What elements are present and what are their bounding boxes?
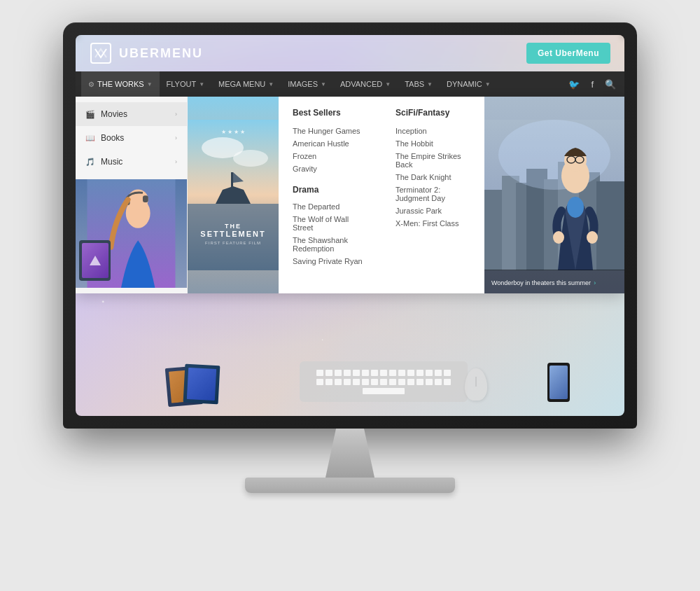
sidebar-books-label: Books [101, 133, 124, 143]
svg-point-35 [553, 231, 564, 244]
film-icon: 🎬 [85, 110, 95, 119]
link-inception[interactable]: Inception [396, 125, 470, 137]
key [435, 370, 442, 376]
sidebar-music-label: Music [101, 157, 122, 167]
link-hunger-games[interactable]: The Hunger Games [293, 125, 368, 137]
key [389, 379, 396, 385]
mouse [465, 368, 487, 401]
link-the-hobbit[interactable]: The Hobbit [396, 137, 470, 150]
keyboard-row-2 [316, 379, 451, 385]
sidebar-item-music-left: 🎵 Music [85, 157, 122, 167]
tablet-overlay [79, 240, 111, 281]
key [335, 370, 342, 376]
logo-area: UBERMENU [90, 42, 203, 64]
key [444, 379, 451, 385]
music-icon: 🎵 [85, 158, 95, 167]
svg-rect-13 [231, 172, 233, 190]
svg-rect-27 [596, 181, 624, 270]
svg-text:SETTLEMENT: SETTLEMENT [200, 230, 265, 238]
sidebar-item-music[interactable]: 🎵 Music › [76, 150, 187, 174]
column-title-best-sellers: Best Sellers [293, 108, 368, 118]
nav-item-tabs[interactable]: TABS ▼ [398, 71, 440, 97]
logo-icon [90, 42, 112, 64]
menu-content-columns: Best Sellers The Hunger Games American H… [279, 97, 484, 293]
link-xmen[interactable]: X-Men: First Class [396, 217, 470, 230]
key [426, 370, 433, 376]
key [362, 370, 369, 376]
key [380, 370, 387, 376]
chevron-icon: ▼ [321, 81, 326, 88]
svg-text:THE: THE [225, 223, 241, 230]
key [389, 370, 396, 376]
book-icon: 📖 [85, 134, 95, 143]
sidebar-item-movies[interactable]: 🎬 Movies › [76, 102, 187, 126]
link-terminator-2[interactable]: Terminator 2: Judgment Day [396, 183, 470, 204]
key [398, 370, 405, 376]
facebook-icon[interactable]: f [588, 79, 596, 90]
column-title-scifi: SciFi/Fantasy [396, 108, 470, 118]
twitter-icon[interactable]: 🐦 [566, 79, 582, 90]
nav-item-advanced[interactable]: ADVANCED ▼ [333, 71, 398, 97]
svg-point-28 [498, 120, 610, 190]
link-dark-knight[interactable]: The Dark Knight [396, 171, 470, 183]
sidebar-chevron-movies: › [175, 111, 177, 118]
key [344, 379, 351, 385]
nav-item-the-works[interactable]: ⚙ THE WORKS ▼ [81, 71, 160, 97]
movie-poster: THE SETTLEMENT FIRST FEATURE FILM ★ ★ ★ … [188, 97, 279, 293]
album-cover-2 [183, 364, 220, 405]
key [344, 370, 351, 376]
svg-point-11 [233, 150, 268, 167]
promo-arrow-icon[interactable]: › [594, 279, 596, 286]
nav-bar: ⚙ THE WORKS ▼ FLYOUT ▼ MEGA MENU ▼ [76, 71, 624, 97]
logo-text: UBERMENU [119, 46, 203, 61]
key [362, 379, 369, 385]
promo-overlay: Wonderboy in theaters this summer › [484, 270, 624, 293]
link-american-hustle[interactable]: American Hustle [293, 137, 368, 150]
key [435, 379, 442, 385]
sidebar-item-books[interactable]: 📖 Books › [76, 126, 187, 150]
keyboard [300, 361, 468, 402]
link-frozen[interactable]: Frozen [293, 150, 368, 162]
link-saving-private-ryan[interactable]: Saving Private Ryan [293, 255, 368, 267]
monitor-neck [315, 429, 385, 478]
link-jurassic-park[interactable]: Jurassic Park [396, 204, 470, 217]
key [353, 370, 360, 376]
chevron-icon: ▼ [427, 81, 433, 88]
nav-label-flyout: FLYOUT [167, 80, 197, 88]
link-the-departed[interactable]: The Departed [293, 200, 368, 213]
svg-rect-3 [91, 43, 111, 63]
link-wolf-of-wall-street[interactable]: The Wolf of Wall Street [293, 213, 368, 234]
key [426, 379, 433, 385]
nav-right-icons: 🐦 f 🔍 [566, 79, 619, 90]
monitor-bezel: UBERMENU Get UberMenu ⚙ THE WORKS ▼ FLYO… [76, 35, 624, 416]
menu-column-best-sellers: Best Sellers The Hunger Games American H… [293, 108, 368, 282]
chevron-icon: ▼ [147, 81, 153, 88]
link-gravity[interactable]: Gravity [293, 162, 368, 175]
monitor-shell: UBERMENU Get UberMenu ⚙ THE WORKS ▼ FLYO… [63, 22, 637, 569]
link-shawshank[interactable]: The Shawshank Redemption [293, 234, 368, 255]
nav-label-advanced: ADVANCED [340, 80, 382, 88]
link-empire-strikes-back[interactable]: The Empire Strikes Back [396, 150, 470, 171]
svg-point-31 [567, 197, 584, 218]
get-ubermenu-button[interactable]: Get UberMenu [526, 43, 610, 64]
key [353, 379, 360, 385]
nav-item-flyout[interactable]: FLYOUT ▼ [160, 71, 212, 97]
search-icon[interactable]: 🔍 [602, 79, 619, 90]
gear-icon: ⚙ [88, 81, 94, 88]
nav-item-images[interactable]: IMAGES ▼ [281, 71, 333, 97]
promo-text: Wonderboy in theaters this summer [491, 279, 591, 286]
key [316, 370, 323, 376]
mouse-divider [476, 377, 477, 387]
key [326, 370, 332, 376]
nav-item-dynamic[interactable]: DYNAMIC ▼ [440, 71, 498, 97]
scene: UBERMENU Get UberMenu ⚙ THE WORKS ▼ FLYO… [0, 0, 700, 591]
key [416, 379, 424, 385]
movie-poster-bg: THE SETTLEMENT FIRST FEATURE FILM ★ ★ ★ … [188, 97, 279, 293]
nav-item-mega-menu[interactable]: MEGA MENU ▼ [211, 71, 281, 97]
phone [547, 363, 570, 402]
nav-label-the-works: THE WORKS [97, 80, 144, 88]
play-triangle [90, 256, 101, 265]
monitor-body: UBERMENU Get UberMenu ⚙ THE WORKS ▼ FLYO… [63, 22, 637, 429]
nav-label-tabs: TABS [405, 80, 424, 88]
sidebar-chevron-music: › [175, 158, 177, 165]
